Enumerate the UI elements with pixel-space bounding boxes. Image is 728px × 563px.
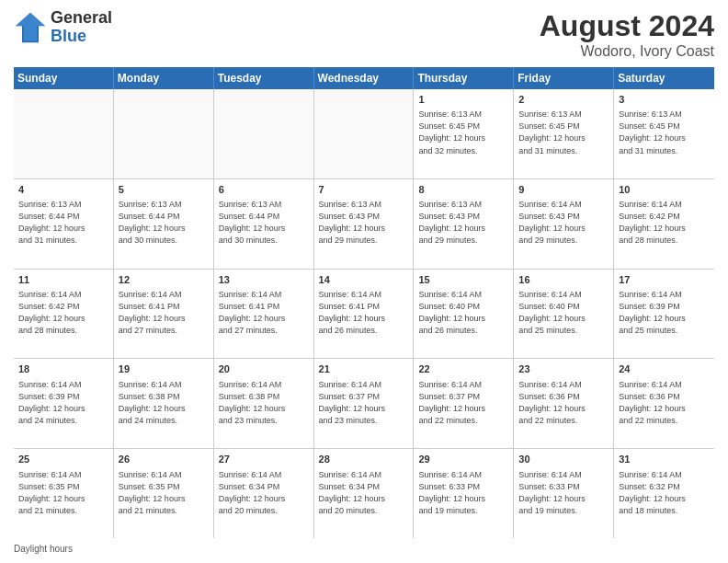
cell-daylight-info: Sunrise: 6:14 AM Sunset: 6:40 PM Dayligh… xyxy=(418,289,508,337)
cal-cell: 20Sunrise: 6:14 AM Sunset: 6:38 PM Dayli… xyxy=(214,359,314,448)
day-of-week-thursday: Thursday xyxy=(414,67,514,89)
day-of-week-monday: Monday xyxy=(114,67,214,89)
title-block: August 2024 Wodoro, Ivory Coast xyxy=(540,9,714,60)
calendar-header: SundayMondayTuesdayWednesdayThursdayFrid… xyxy=(14,67,714,89)
cal-cell xyxy=(314,89,415,178)
day-number: 21 xyxy=(319,362,409,376)
title-month: August 2024 xyxy=(540,9,714,43)
day-of-week-saturday: Saturday xyxy=(614,67,714,89)
cal-cell: 25Sunrise: 6:14 AM Sunset: 6:35 PM Dayli… xyxy=(14,449,114,538)
cell-daylight-info: Sunrise: 6:14 AM Sunset: 6:32 PM Dayligh… xyxy=(619,469,710,517)
cell-daylight-info: Sunrise: 6:13 AM Sunset: 6:44 PM Dayligh… xyxy=(219,199,309,247)
logo-icon xyxy=(14,11,47,44)
week-row-3: 11Sunrise: 6:14 AM Sunset: 6:42 PM Dayli… xyxy=(14,270,714,360)
cell-daylight-info: Sunrise: 6:14 AM Sunset: 6:39 PM Dayligh… xyxy=(619,289,710,337)
cal-cell: 16Sunrise: 6:14 AM Sunset: 6:40 PM Dayli… xyxy=(514,270,614,359)
day-number: 29 xyxy=(418,453,508,466)
week-row-4: 18Sunrise: 6:14 AM Sunset: 6:39 PM Dayli… xyxy=(14,359,714,449)
footer: Daylight hours xyxy=(14,544,714,554)
cell-daylight-info: Sunrise: 6:13 AM Sunset: 6:44 PM Dayligh… xyxy=(18,199,108,247)
title-location: Wodoro, Ivory Coast xyxy=(540,43,714,60)
day-number: 16 xyxy=(518,273,609,287)
logo: General Blue xyxy=(14,9,112,46)
day-number: 12 xyxy=(119,273,209,287)
cal-cell: 2Sunrise: 6:13 AM Sunset: 6:45 PM Daylig… xyxy=(514,89,614,178)
cal-cell: 26Sunrise: 6:14 AM Sunset: 6:35 PM Dayli… xyxy=(114,449,214,538)
cal-cell: 8Sunrise: 6:13 AM Sunset: 6:43 PM Daylig… xyxy=(414,179,514,269)
day-number: 7 xyxy=(319,183,409,197)
day-number: 8 xyxy=(418,183,508,197)
cal-cell: 30Sunrise: 6:14 AM Sunset: 6:33 PM Dayli… xyxy=(514,449,614,538)
page: General Blue August 2024 Wodoro, Ivory C… xyxy=(0,0,728,563)
logo-text: General Blue xyxy=(51,9,112,46)
cell-daylight-info: Sunrise: 6:14 AM Sunset: 6:37 PM Dayligh… xyxy=(319,379,409,427)
logo-general-text: General xyxy=(51,9,112,28)
cal-cell xyxy=(114,89,214,178)
cal-cell: 29Sunrise: 6:14 AM Sunset: 6:33 PM Dayli… xyxy=(414,449,514,538)
day-number: 9 xyxy=(518,183,609,197)
day-number: 4 xyxy=(18,183,108,197)
cal-cell: 9Sunrise: 6:14 AM Sunset: 6:43 PM Daylig… xyxy=(514,179,614,269)
day-number: 22 xyxy=(418,362,508,376)
cell-daylight-info: Sunrise: 6:14 AM Sunset: 6:41 PM Dayligh… xyxy=(319,289,409,337)
cal-cell: 18Sunrise: 6:14 AM Sunset: 6:39 PM Dayli… xyxy=(14,359,114,448)
day-of-week-wednesday: Wednesday xyxy=(314,67,415,89)
cell-daylight-info: Sunrise: 6:13 AM Sunset: 6:45 PM Dayligh… xyxy=(619,109,710,156)
cell-daylight-info: Sunrise: 6:14 AM Sunset: 6:34 PM Dayligh… xyxy=(319,469,409,517)
cal-cell: 13Sunrise: 6:14 AM Sunset: 6:41 PM Dayli… xyxy=(214,270,314,359)
cal-cell: 28Sunrise: 6:14 AM Sunset: 6:34 PM Dayli… xyxy=(314,449,415,538)
day-of-week-sunday: Sunday xyxy=(14,67,114,89)
cal-cell: 17Sunrise: 6:14 AM Sunset: 6:39 PM Dayli… xyxy=(614,270,714,359)
day-number: 23 xyxy=(518,362,609,376)
cell-daylight-info: Sunrise: 6:14 AM Sunset: 6:38 PM Dayligh… xyxy=(219,379,309,427)
cal-cell: 5Sunrise: 6:13 AM Sunset: 6:44 PM Daylig… xyxy=(114,179,214,269)
cell-daylight-info: Sunrise: 6:14 AM Sunset: 6:38 PM Dayligh… xyxy=(119,379,209,427)
calendar-body: 1Sunrise: 6:13 AM Sunset: 6:45 PM Daylig… xyxy=(14,89,714,538)
cal-cell: 31Sunrise: 6:14 AM Sunset: 6:32 PM Dayli… xyxy=(614,449,714,538)
day-number: 24 xyxy=(619,362,710,376)
cell-daylight-info: Sunrise: 6:14 AM Sunset: 6:33 PM Dayligh… xyxy=(418,469,508,517)
cal-cell: 27Sunrise: 6:14 AM Sunset: 6:34 PM Dayli… xyxy=(214,449,314,538)
day-of-week-tuesday: Tuesday xyxy=(214,67,314,89)
day-number: 25 xyxy=(18,453,108,466)
cal-cell xyxy=(14,89,114,178)
cell-daylight-info: Sunrise: 6:14 AM Sunset: 6:42 PM Dayligh… xyxy=(18,289,108,337)
cal-cell xyxy=(214,89,314,178)
cal-cell: 11Sunrise: 6:14 AM Sunset: 6:42 PM Dayli… xyxy=(14,270,114,359)
cal-cell: 3Sunrise: 6:13 AM Sunset: 6:45 PM Daylig… xyxy=(614,89,714,178)
day-number: 3 xyxy=(619,93,710,107)
cell-daylight-info: Sunrise: 6:14 AM Sunset: 6:40 PM Dayligh… xyxy=(518,289,609,337)
cell-daylight-info: Sunrise: 6:14 AM Sunset: 6:35 PM Dayligh… xyxy=(18,469,108,517)
svg-marker-1 xyxy=(16,13,45,41)
cell-daylight-info: Sunrise: 6:13 AM Sunset: 6:45 PM Dayligh… xyxy=(518,109,609,156)
cell-daylight-info: Sunrise: 6:14 AM Sunset: 6:41 PM Dayligh… xyxy=(119,289,209,337)
cell-daylight-info: Sunrise: 6:14 AM Sunset: 6:36 PM Dayligh… xyxy=(619,379,710,427)
cell-daylight-info: Sunrise: 6:14 AM Sunset: 6:34 PM Dayligh… xyxy=(219,469,309,517)
cell-daylight-info: Sunrise: 6:13 AM Sunset: 6:43 PM Dayligh… xyxy=(418,199,508,247)
day-number: 6 xyxy=(219,183,309,197)
day-number: 27 xyxy=(219,453,309,466)
day-of-week-friday: Friday xyxy=(514,67,614,89)
header: General Blue August 2024 Wodoro, Ivory C… xyxy=(14,9,714,60)
cell-daylight-info: Sunrise: 6:14 AM Sunset: 6:37 PM Dayligh… xyxy=(418,379,508,427)
cell-daylight-info: Sunrise: 6:14 AM Sunset: 6:42 PM Dayligh… xyxy=(619,199,710,247)
cal-cell: 10Sunrise: 6:14 AM Sunset: 6:42 PM Dayli… xyxy=(614,179,714,269)
cal-cell: 23Sunrise: 6:14 AM Sunset: 6:36 PM Dayli… xyxy=(514,359,614,448)
day-number: 30 xyxy=(518,453,609,466)
day-number: 5 xyxy=(119,183,209,197)
cell-daylight-info: Sunrise: 6:14 AM Sunset: 6:41 PM Dayligh… xyxy=(219,289,309,337)
cal-cell: 1Sunrise: 6:13 AM Sunset: 6:45 PM Daylig… xyxy=(414,89,514,178)
day-number: 15 xyxy=(418,273,508,287)
cal-cell: 19Sunrise: 6:14 AM Sunset: 6:38 PM Dayli… xyxy=(114,359,214,448)
cell-daylight-info: Sunrise: 6:13 AM Sunset: 6:44 PM Dayligh… xyxy=(119,199,209,247)
week-row-1: 1Sunrise: 6:13 AM Sunset: 6:45 PM Daylig… xyxy=(14,89,714,179)
cal-cell: 22Sunrise: 6:14 AM Sunset: 6:37 PM Dayli… xyxy=(414,359,514,448)
cell-daylight-info: Sunrise: 6:14 AM Sunset: 6:39 PM Dayligh… xyxy=(18,379,108,427)
cell-daylight-info: Sunrise: 6:14 AM Sunset: 6:43 PM Dayligh… xyxy=(518,199,609,247)
cal-cell: 6Sunrise: 6:13 AM Sunset: 6:44 PM Daylig… xyxy=(214,179,314,269)
cal-cell: 24Sunrise: 6:14 AM Sunset: 6:36 PM Dayli… xyxy=(614,359,714,448)
day-number: 31 xyxy=(619,453,710,466)
day-number: 17 xyxy=(619,273,710,287)
cell-daylight-info: Sunrise: 6:13 AM Sunset: 6:43 PM Dayligh… xyxy=(319,199,409,247)
cal-cell: 12Sunrise: 6:14 AM Sunset: 6:41 PM Dayli… xyxy=(114,270,214,359)
